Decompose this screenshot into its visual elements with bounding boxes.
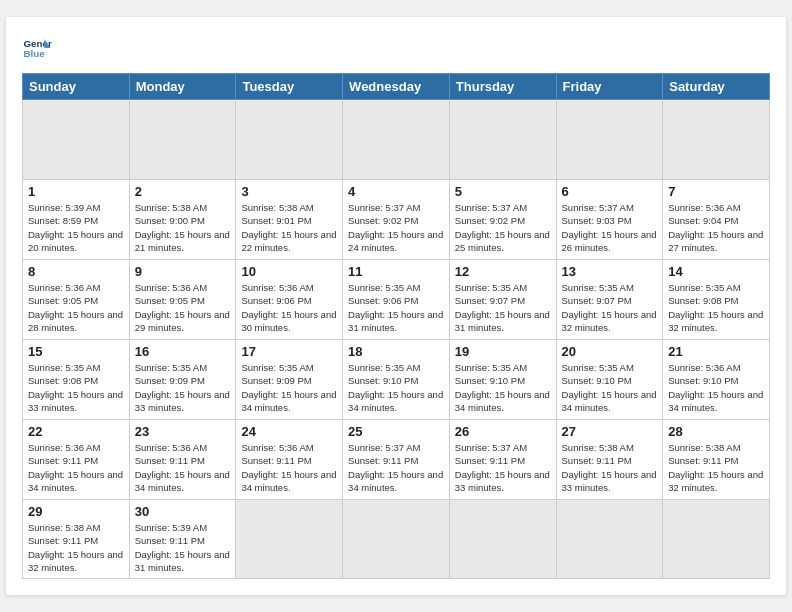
day-info: Sunrise: 5:36 AM Sunset: 9:11 PM Dayligh… [135, 441, 231, 494]
calendar-cell [343, 99, 450, 179]
day-number: 15 [28, 344, 124, 359]
calendar-cell: 16 Sunrise: 5:35 AM Sunset: 9:09 PM Dayl… [129, 339, 236, 419]
calendar-cell [556, 99, 663, 179]
daylight-label: Daylight: 15 hours and 21 minutes. [135, 229, 230, 253]
daylight-label: Daylight: 15 hours and 22 minutes. [241, 229, 336, 253]
calendar-cell: 19 Sunrise: 5:35 AM Sunset: 9:10 PM Dayl… [449, 339, 556, 419]
calendar-container: General Blue Sunday Monday Tuesday Wedne… [6, 17, 786, 595]
day-number: 22 [28, 424, 124, 439]
day-number: 4 [348, 184, 444, 199]
sunset-label: Sunset: 9:01 PM [241, 215, 311, 226]
day-info: Sunrise: 5:35 AM Sunset: 9:09 PM Dayligh… [241, 361, 337, 414]
sunrise-label: Sunrise: 5:35 AM [455, 362, 527, 373]
day-info: Sunrise: 5:37 AM Sunset: 9:11 PM Dayligh… [348, 441, 444, 494]
calendar-cell: 18 Sunrise: 5:35 AM Sunset: 9:10 PM Dayl… [343, 339, 450, 419]
day-number: 16 [135, 344, 231, 359]
calendar-cell [236, 99, 343, 179]
sunrise-label: Sunrise: 5:36 AM [241, 282, 313, 293]
calendar-cell: 7 Sunrise: 5:36 AM Sunset: 9:04 PM Dayli… [663, 179, 770, 259]
day-number: 10 [241, 264, 337, 279]
sunrise-label: Sunrise: 5:36 AM [135, 282, 207, 293]
calendar-cell: 9 Sunrise: 5:36 AM Sunset: 9:05 PM Dayli… [129, 259, 236, 339]
calendar-cell: 17 Sunrise: 5:35 AM Sunset: 9:09 PM Dayl… [236, 339, 343, 419]
daylight-label: Daylight: 15 hours and 31 minutes. [455, 309, 550, 333]
day-info: Sunrise: 5:35 AM Sunset: 9:08 PM Dayligh… [28, 361, 124, 414]
calendar-cell: 1 Sunrise: 5:39 AM Sunset: 8:59 PM Dayli… [23, 179, 130, 259]
day-number: 21 [668, 344, 764, 359]
day-number: 3 [241, 184, 337, 199]
day-info: Sunrise: 5:36 AM Sunset: 9:11 PM Dayligh… [241, 441, 337, 494]
daylight-label: Daylight: 15 hours and 32 minutes. [28, 549, 123, 573]
calendar-cell: 25 Sunrise: 5:37 AM Sunset: 9:11 PM Dayl… [343, 419, 450, 499]
daylight-label: Daylight: 15 hours and 31 minutes. [348, 309, 443, 333]
sunset-label: Sunset: 9:03 PM [562, 215, 632, 226]
daylight-label: Daylight: 15 hours and 27 minutes. [668, 229, 763, 253]
calendar-cell: 10 Sunrise: 5:36 AM Sunset: 9:06 PM Dayl… [236, 259, 343, 339]
sunset-label: Sunset: 9:07 PM [455, 295, 525, 306]
day-number: 27 [562, 424, 658, 439]
day-number: 6 [562, 184, 658, 199]
day-number: 29 [28, 504, 124, 519]
header-wednesday: Wednesday [343, 73, 450, 99]
calendar-cell [449, 99, 556, 179]
logo-icon: General Blue [22, 33, 52, 63]
sunrise-label: Sunrise: 5:38 AM [668, 442, 740, 453]
header-tuesday: Tuesday [236, 73, 343, 99]
daylight-label: Daylight: 15 hours and 32 minutes. [668, 469, 763, 493]
daylight-label: Daylight: 15 hours and 25 minutes. [455, 229, 550, 253]
calendar-cell [449, 499, 556, 578]
sunrise-label: Sunrise: 5:36 AM [668, 202, 740, 213]
sunset-label: Sunset: 9:09 PM [135, 375, 205, 386]
daylight-label: Daylight: 15 hours and 34 minutes. [348, 389, 443, 413]
sunrise-label: Sunrise: 5:36 AM [28, 282, 100, 293]
sunset-label: Sunset: 9:05 PM [28, 295, 98, 306]
day-number: 23 [135, 424, 231, 439]
sunset-label: Sunset: 9:08 PM [28, 375, 98, 386]
day-info: Sunrise: 5:36 AM Sunset: 9:05 PM Dayligh… [28, 281, 124, 334]
sunset-label: Sunset: 9:08 PM [668, 295, 738, 306]
day-info: Sunrise: 5:38 AM Sunset: 9:11 PM Dayligh… [28, 521, 124, 574]
calendar-cell: 12 Sunrise: 5:35 AM Sunset: 9:07 PM Dayl… [449, 259, 556, 339]
daylight-label: Daylight: 15 hours and 34 minutes. [668, 389, 763, 413]
day-number: 14 [668, 264, 764, 279]
day-info: Sunrise: 5:36 AM Sunset: 9:10 PM Dayligh… [668, 361, 764, 414]
daylight-label: Daylight: 15 hours and 33 minutes. [455, 469, 550, 493]
svg-text:Blue: Blue [24, 48, 46, 59]
sunrise-label: Sunrise: 5:38 AM [241, 202, 313, 213]
daylight-label: Daylight: 15 hours and 34 minutes. [28, 469, 123, 493]
sunrise-label: Sunrise: 5:39 AM [28, 202, 100, 213]
sunrise-label: Sunrise: 5:38 AM [28, 522, 100, 533]
calendar-cell: 21 Sunrise: 5:36 AM Sunset: 9:10 PM Dayl… [663, 339, 770, 419]
weekday-header-row: Sunday Monday Tuesday Wednesday Thursday… [23, 73, 770, 99]
calendar-cell: 5 Sunrise: 5:37 AM Sunset: 9:02 PM Dayli… [449, 179, 556, 259]
sunrise-label: Sunrise: 5:38 AM [562, 442, 634, 453]
header: General Blue [22, 33, 770, 63]
day-number: 28 [668, 424, 764, 439]
sunrise-label: Sunrise: 5:35 AM [668, 282, 740, 293]
sunset-label: Sunset: 9:11 PM [455, 455, 525, 466]
day-number: 24 [241, 424, 337, 439]
sunset-label: Sunset: 9:06 PM [241, 295, 311, 306]
day-number: 1 [28, 184, 124, 199]
sunrise-label: Sunrise: 5:35 AM [348, 362, 420, 373]
day-number: 9 [135, 264, 231, 279]
day-info: Sunrise: 5:38 AM Sunset: 9:00 PM Dayligh… [135, 201, 231, 254]
sunset-label: Sunset: 9:11 PM [668, 455, 738, 466]
sunrise-label: Sunrise: 5:35 AM [241, 362, 313, 373]
day-info: Sunrise: 5:37 AM Sunset: 9:02 PM Dayligh… [348, 201, 444, 254]
day-number: 30 [135, 504, 231, 519]
header-thursday: Thursday [449, 73, 556, 99]
sunset-label: Sunset: 9:11 PM [562, 455, 632, 466]
day-number: 2 [135, 184, 231, 199]
calendar-cell [129, 99, 236, 179]
daylight-label: Daylight: 15 hours and 34 minutes. [348, 469, 443, 493]
sunrise-label: Sunrise: 5:36 AM [668, 362, 740, 373]
sunrise-label: Sunrise: 5:35 AM [135, 362, 207, 373]
sunset-label: Sunset: 9:02 PM [348, 215, 418, 226]
daylight-label: Daylight: 15 hours and 34 minutes. [135, 469, 230, 493]
calendar-cell: 20 Sunrise: 5:35 AM Sunset: 9:10 PM Dayl… [556, 339, 663, 419]
day-number: 13 [562, 264, 658, 279]
day-number: 19 [455, 344, 551, 359]
day-number: 5 [455, 184, 551, 199]
sunrise-label: Sunrise: 5:37 AM [455, 202, 527, 213]
